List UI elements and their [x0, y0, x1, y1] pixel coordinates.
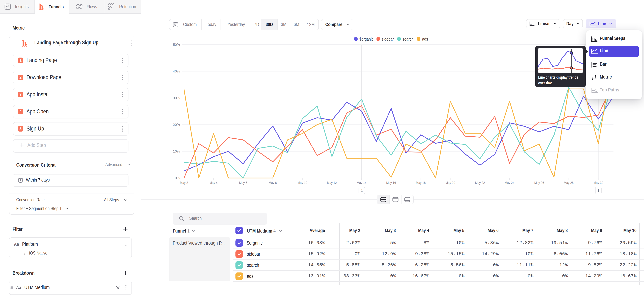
svg-text:May 20: May 20: [446, 181, 455, 184]
svg-text:May 12: May 12: [327, 181, 337, 184]
svg-text:May 24: May 24: [505, 181, 514, 184]
svg-text:May 2: May 2: [180, 181, 188, 184]
svg-text:40%: 40%: [173, 69, 180, 73]
svg-text:50%: 50%: [173, 42, 180, 46]
svg-text:0%: 0%: [175, 176, 180, 180]
svg-text:May 10: May 10: [298, 181, 307, 184]
svg-text:May 26: May 26: [534, 181, 544, 184]
svg-text:20%: 20%: [173, 123, 180, 126]
svg-text:May 28: May 28: [564, 181, 574, 184]
svg-text:May 16: May 16: [386, 181, 396, 184]
svg-text:May 22: May 22: [475, 181, 485, 184]
svg-text:May 30: May 30: [594, 181, 603, 184]
svg-text:30%: 30%: [173, 96, 180, 100]
svg-text:May 4: May 4: [210, 181, 218, 184]
svg-text:10%: 10%: [173, 149, 180, 153]
svg-text:May 6: May 6: [239, 181, 247, 184]
svg-text:May 14: May 14: [357, 181, 366, 184]
svg-text:May 18: May 18: [416, 181, 426, 184]
svg-text:1: 1: [598, 188, 600, 192]
svg-text:1: 1: [361, 188, 363, 192]
svg-text:May 8: May 8: [269, 181, 277, 184]
